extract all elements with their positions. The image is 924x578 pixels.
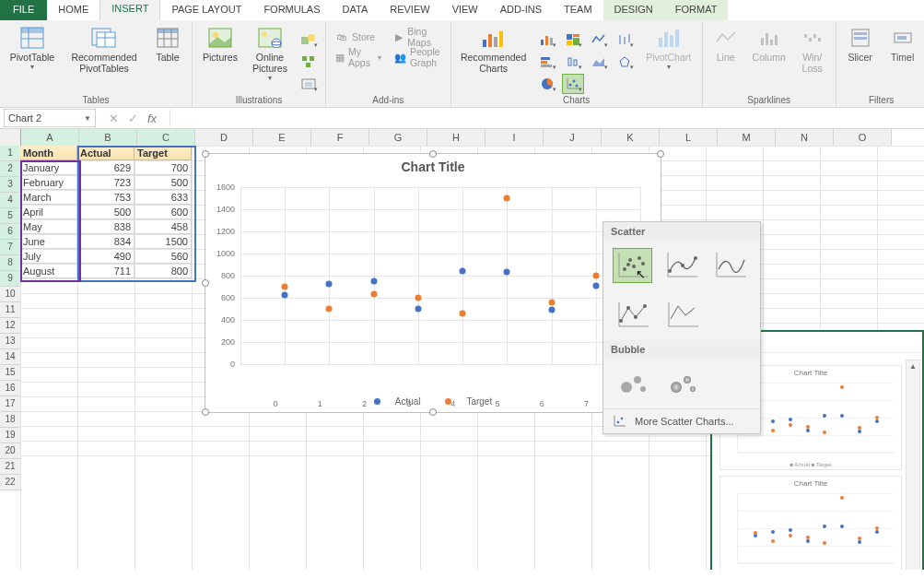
tab-home[interactable]: HOME: [47, 0, 99, 20]
tab-file[interactable]: FILE: [0, 0, 47, 20]
data-point[interactable]: [504, 268, 510, 275]
btn-chart-statistic[interactable]: ▾: [562, 52, 584, 72]
embedded-chart[interactable]: Chart Title 0200400600800100012001400160…: [205, 153, 661, 413]
btn-sparkline-line[interactable]: Line: [708, 24, 743, 63]
column-headers[interactable]: ABCDEFGHIJKLMNO: [0, 129, 892, 146]
opt-bubble[interactable]: [613, 366, 653, 401]
svg-point-89: [634, 315, 637, 319]
opt-scatter-smooth[interactable]: [711, 248, 751, 283]
group-charts: Recommended Charts ▾ ▾ ▾ ▾ ▾ ▾ ▾ ▾ ▾ ▾: [451, 22, 703, 107]
bubble-icon: [615, 369, 650, 398]
btn-pivotchart[interactable]: PivotChart▾: [641, 24, 696, 71]
pictures-icon: [206, 26, 234, 50]
btn-chart-pie[interactable]: ▾: [536, 74, 558, 94]
more-scatter-charts[interactable]: More Scatter Charts...: [603, 408, 760, 433]
tab-view[interactable]: VIEW: [441, 0, 489, 20]
tab-insert[interactable]: INSERT: [99, 0, 160, 20]
tab-design[interactable]: DESIGN: [603, 0, 664, 20]
btn-recommended-charts[interactable]: Recommended Charts: [457, 24, 531, 74]
data-point[interactable]: [592, 282, 599, 289]
worksheet[interactable]: ABCDEFGHIJKLMNO 123456789101112131415161…: [0, 129, 924, 570]
btn-recommended-pivottables[interactable]: Recommended PivotTables: [64, 24, 144, 74]
group-caption: Add-ins: [326, 95, 450, 105]
group-sparklines: Line Column Win/ Loss Sparklines: [703, 22, 836, 107]
btn-chart-hierarchy[interactable]: ▾: [562, 29, 584, 50]
group-caption: Tables: [0, 95, 192, 105]
row-headers[interactable]: 12345678910111213141516171819202122: [0, 146, 20, 490]
pivotchart-icon: [655, 26, 683, 50]
btn-sparkline-column[interactable]: Column: [749, 24, 789, 63]
data-point[interactable]: [592, 273, 599, 279]
btn-chart-column[interactable]: ▾: [536, 29, 558, 50]
scatter-lines-markers-icon: [615, 301, 650, 330]
btn-pictures[interactable]: Pictures: [198, 24, 242, 63]
data-point[interactable]: [504, 195, 510, 202]
btn-chart-radar[interactable]: ▾: [614, 52, 636, 72]
tab-formulas[interactable]: FORMULAS: [252, 0, 331, 20]
data-point[interactable]: [370, 291, 377, 298]
svg-point-80: [668, 269, 672, 273]
group-filters: Slicer Timel Filters: [836, 22, 924, 107]
btn-chart-bar[interactable]: ▾: [536, 52, 558, 72]
opt-bubble-3d[interactable]: [662, 366, 703, 401]
data-point[interactable]: [326, 306, 333, 313]
data-point[interactable]: [415, 306, 421, 313]
svg-rect-5: [97, 32, 115, 47]
data-point[interactable]: [460, 268, 466, 275]
scatter-dropdown: Scatter ↖ Bubble More Scatter Charts...: [602, 221, 761, 434]
name-box[interactable]: Chart 2▼: [4, 109, 96, 127]
data-point[interactable]: [548, 299, 555, 305]
tab-team[interactable]: TEAM: [553, 0, 603, 20]
enter-icon[interactable]: ✓: [128, 112, 138, 125]
data-point[interactable]: [415, 295, 421, 301]
svg-point-87: [619, 319, 623, 323]
btn-chart-area[interactable]: ▾: [588, 52, 610, 72]
scatter-smooth-icon: [664, 251, 699, 280]
data-point[interactable]: [460, 311, 466, 317]
btn-shapes[interactable]: ▾: [298, 29, 320, 50]
tab-pagelayout[interactable]: PAGE LAYOUT: [160, 0, 252, 20]
tab-addins[interactable]: ADD-INS: [489, 0, 553, 20]
styles-scrollbar[interactable]: ▲▼: [906, 360, 920, 570]
group-caption: Illustrations: [193, 95, 325, 105]
data-point[interactable]: [370, 277, 377, 284]
btn-table[interactable]: Table: [149, 24, 186, 63]
svg-rect-53: [659, 38, 662, 47]
tab-review[interactable]: REVIEW: [379, 0, 440, 20]
btn-myapps[interactable]: ▦My Apps ▾: [332, 48, 385, 66]
tab-format[interactable]: FORMAT: [664, 0, 729, 20]
btn-timeline[interactable]: Timel: [884, 24, 921, 63]
data-point[interactable]: [548, 307, 555, 313]
data-point[interactable]: [282, 291, 288, 298]
btn-bingmaps[interactable]: ▶Bing Maps: [391, 28, 445, 46]
opt-scatter-lines-markers[interactable]: [613, 298, 653, 333]
plot-area[interactable]: 020040060080010001200140016000123456789: [240, 187, 640, 364]
svg-rect-26: [483, 40, 486, 47]
style-thumb-2[interactable]: Chart Title■ Actual ■ Target: [719, 476, 902, 570]
formula-input[interactable]: [170, 110, 924, 126]
btn-chart-stock[interactable]: ▾: [614, 29, 636, 50]
dropdown-section-scatter: Scatter: [603, 222, 760, 241]
btn-peoplegraph[interactable]: 👥People Graph: [391, 48, 445, 66]
btn-chart-scatter[interactable]: ▾: [562, 74, 584, 94]
opt-scatter-smooth-markers[interactable]: [661, 248, 701, 283]
sparkline-line-icon: [712, 26, 740, 50]
btn-store[interactable]: 🛍Store: [332, 28, 385, 46]
chart-legend[interactable]: Actual Target: [205, 396, 661, 407]
data-point[interactable]: [326, 281, 333, 288]
btn-sparkline-winloss[interactable]: Win/ Loss: [795, 24, 830, 74]
btn-online-pictures[interactable]: Online Pictures▾: [248, 24, 292, 82]
btn-slicer[interactable]: Slicer: [842, 24, 879, 63]
data-table[interactable]: MonthActualTargetJanuary629700February72…: [20, 146, 192, 278]
cancel-icon[interactable]: ✕: [109, 112, 119, 125]
btn-smartart[interactable]: [298, 52, 320, 72]
opt-scatter-lines[interactable]: [662, 298, 703, 333]
svg-point-94: [634, 376, 641, 383]
btn-pivottable[interactable]: PivotTable▾: [6, 24, 59, 71]
tab-data[interactable]: DATA: [332, 0, 380, 20]
btn-chart-line[interactable]: ▾: [588, 29, 610, 50]
opt-scatter-markers[interactable]: ↖: [613, 248, 652, 283]
btn-screenshot[interactable]: ▾: [298, 74, 320, 94]
fx-icon[interactable]: fx: [147, 112, 157, 125]
data-point[interactable]: [282, 284, 288, 290]
